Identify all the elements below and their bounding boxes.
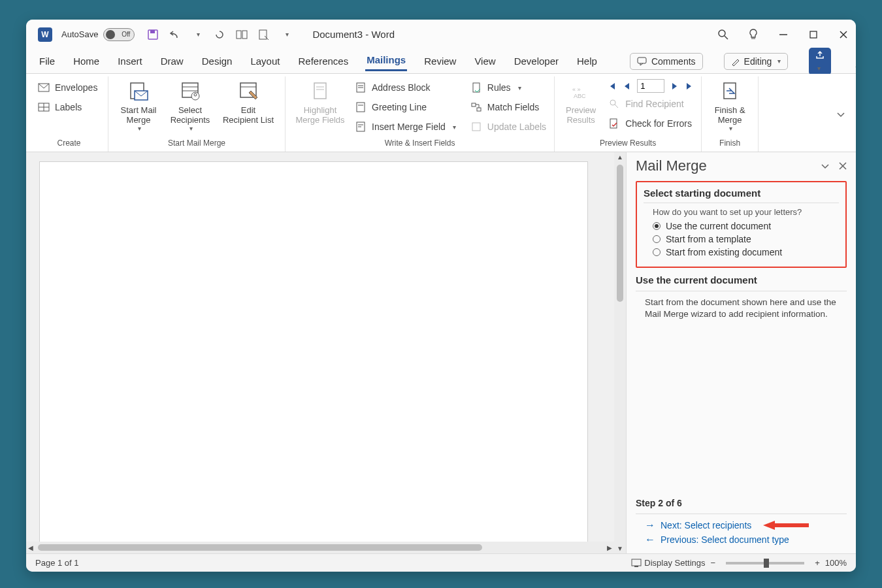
svg-rect-38 [472, 123, 480, 131]
tab-help[interactable]: Help [576, 53, 598, 69]
rules-icon [470, 82, 482, 93]
check-errors-button[interactable]: Check for Errors [607, 115, 694, 132]
prev-record-icon[interactable] [623, 82, 630, 91]
horizontal-scrollbar[interactable]: ◀▶ [26, 542, 614, 553]
svg-rect-8 [810, 31, 817, 38]
maximize-button[interactable] [808, 29, 819, 41]
group-write-insert: Highlight Merge Fields Address Block Gre… [286, 76, 555, 152]
tab-review[interactable]: Review [423, 53, 457, 69]
tab-draw[interactable]: Draw [159, 53, 185, 69]
record-navigation [607, 79, 694, 93]
close-button[interactable] [838, 29, 849, 41]
radio-from-existing[interactable]: Start from existing document [653, 247, 839, 257]
edit-recipient-list-button[interactable]: Edit Recipient List [218, 79, 278, 125]
tab-view[interactable]: View [473, 53, 497, 69]
svg-text:«  »: « » [572, 86, 581, 93]
pane-dropdown-icon[interactable] [821, 163, 830, 169]
record-number-input[interactable] [637, 79, 664, 93]
radio-use-current[interactable]: Use the current document [653, 221, 839, 231]
window-title: Document3 - Word [293, 29, 717, 40]
ribbon: Envelopes Labels Create Start Mail Merge… [26, 74, 856, 152]
ribbon-collapse-icon[interactable] [836, 111, 852, 118]
section-description: Start from the document shown here and u… [645, 297, 847, 320]
zoom-in-button[interactable]: + [815, 558, 820, 568]
svg-rect-36 [472, 103, 476, 106]
redo-icon[interactable] [213, 28, 226, 41]
save-icon[interactable] [146, 28, 159, 41]
zoom-out-button[interactable]: − [711, 558, 716, 568]
svg-point-5 [719, 30, 725, 37]
select-recipients-button[interactable]: Select Recipients [165, 79, 216, 132]
zoom-level[interactable]: 100% [825, 558, 847, 568]
ribbon-tabs: File Home Insert Draw Design Layout Refe… [26, 49, 856, 74]
share-button[interactable] [809, 48, 831, 75]
svg-rect-24 [314, 83, 326, 99]
page-indicator[interactable]: Page 1 of 1 [35, 558, 79, 568]
editing-mode-button[interactable]: Editing [724, 53, 789, 70]
tab-developer[interactable]: Developer [513, 53, 560, 69]
title-bar-right [717, 29, 849, 41]
svg-rect-3 [242, 31, 247, 39]
autosave-toggle[interactable]: AutoSave Off [61, 28, 136, 41]
mail-merge-icon [127, 80, 150, 103]
minimize-button[interactable] [777, 29, 789, 41]
radio-from-template[interactable]: Start from a template [653, 234, 839, 244]
next-step-link[interactable]: → Next: Select recipients [645, 519, 847, 531]
preview-icon: « »ABC [570, 80, 592, 103]
pane-close-icon[interactable] [839, 162, 847, 170]
undo-icon[interactable] [169, 28, 182, 41]
svg-rect-44 [632, 559, 641, 566]
rules-button[interactable]: Rules [469, 79, 547, 96]
display-settings-button[interactable]: Display Settings [631, 558, 705, 568]
tab-home[interactable]: Home [72, 53, 101, 69]
next-record-icon[interactable] [671, 82, 679, 91]
zoom-slider[interactable] [726, 562, 804, 564]
address-block-button[interactable]: Address Block [353, 79, 457, 96]
first-record-icon[interactable] [607, 82, 616, 91]
last-record-icon[interactable] [685, 82, 694, 91]
match-fields-button[interactable]: Match Fields [469, 99, 547, 116]
qat-button-2[interactable] [257, 28, 270, 41]
document-page[interactable] [39, 161, 588, 553]
group-start-mail-merge: Start Mail Merge Select Recipients Edit … [108, 76, 286, 152]
toggle-switch[interactable]: Off [103, 28, 135, 41]
tab-file[interactable]: File [38, 53, 56, 69]
address-block-icon [355, 82, 367, 93]
comments-button[interactable]: Comments [630, 53, 703, 70]
radio-icon [653, 235, 661, 243]
app-window: W AutoSave Off Docu [26, 20, 856, 572]
update-labels-button[interactable]: Update Labels [469, 118, 547, 135]
qat-button-1[interactable] [235, 28, 248, 41]
tab-mailings[interactable]: Mailings [365, 52, 407, 71]
envelope-icon [38, 82, 50, 93]
group-preview-results: « »ABC Preview Results Find Recipient [555, 76, 702, 152]
greeting-line-button[interactable]: Greeting Line [353, 99, 457, 116]
labels-button[interactable]: Labels [37, 99, 83, 116]
tab-insert[interactable]: Insert [116, 53, 144, 69]
quick-access-toolbar [146, 28, 293, 41]
tab-design[interactable]: Design [201, 53, 234, 69]
lightbulb-icon[interactable] [747, 29, 759, 41]
annotation-arrow-icon [763, 520, 810, 531]
recipients-icon [179, 80, 201, 103]
content-area: ▲▼ ◀▶ Mail Merge Select starting documen… [26, 152, 856, 553]
radio-icon [653, 248, 661, 256]
labels-icon [38, 101, 50, 113]
qat-customize[interactable] [280, 28, 293, 41]
svg-rect-1 [150, 30, 155, 33]
account-icon[interactable] [855, 55, 856, 68]
highlight-merge-fields-button[interactable]: Highlight Merge Fields [292, 79, 348, 125]
preview-results-button[interactable]: « »ABC Preview Results [561, 79, 600, 125]
vertical-scrollbar[interactable]: ▲▼ [614, 152, 626, 553]
start-mail-merge-button[interactable]: Start Mail Merge [115, 79, 162, 132]
search-icon[interactable] [717, 29, 729, 41]
insert-merge-field-button[interactable]: Insert Merge Field [353, 118, 457, 135]
title-bar: W AutoSave Off Docu [26, 20, 856, 49]
tab-layout[interactable]: Layout [249, 53, 281, 69]
tab-references[interactable]: References [297, 53, 350, 69]
previous-step-link[interactable]: ← Previous: Select document type [645, 534, 847, 546]
finish-merge-button[interactable]: Finish & Merge [708, 79, 751, 132]
find-recipient-button[interactable]: Find Recipient [607, 95, 694, 112]
undo-dropdown[interactable] [191, 28, 204, 41]
envelopes-button[interactable]: Envelopes [37, 79, 99, 96]
